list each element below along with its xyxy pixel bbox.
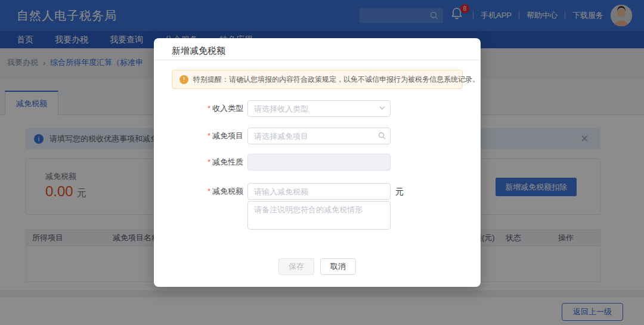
modal-title: 新增减免税额 bbox=[172, 45, 225, 57]
deduction-amount-input[interactable] bbox=[247, 183, 391, 200]
deduction-item-input[interactable] bbox=[247, 128, 391, 144]
warning-alert: ! 特别提醒：请确认您填报的内容符合政策规定，以免不诚信申报行为被税务信息系统记… bbox=[172, 70, 463, 89]
deduction-nature-label: *减免性质 bbox=[172, 154, 243, 171]
add-deduction-modal: 新增减免税额 ! 特别提醒：请确认您填报的内容符合政策规定，以免不诚信申报行为被… bbox=[154, 38, 481, 287]
label-text: 减免性质 bbox=[212, 157, 243, 166]
warning-icon: ! bbox=[179, 75, 188, 84]
cancel-button[interactable]: 取消 bbox=[320, 258, 356, 275]
save-button[interactable]: 保存 bbox=[278, 258, 314, 275]
warning-text: 特别提醒：请确认您填报的内容符合政策规定，以免不诚信申报行为被税务信息系统记录。 bbox=[193, 75, 479, 85]
deduction-amount-label: *减免税额 bbox=[172, 183, 243, 200]
required-mark: * bbox=[208, 187, 210, 196]
modal-buttons: 保存 取消 bbox=[154, 258, 481, 275]
page: 自然人电子税务局 8 手机APP 帮助中心 下载服务 首页 我要办税 我要查询 … bbox=[0, 0, 644, 325]
required-mark: * bbox=[208, 131, 210, 140]
income-type-label: *收入类型 bbox=[172, 100, 243, 117]
label-text: 收入类型 bbox=[212, 104, 243, 113]
deduction-item-label: *减免项目 bbox=[172, 128, 243, 144]
required-mark: * bbox=[208, 104, 210, 113]
income-type-select[interactable] bbox=[247, 100, 391, 117]
amount-unit-suffix: 元 bbox=[395, 183, 404, 200]
label-text: 减免项目 bbox=[212, 131, 243, 140]
deduction-nature-input bbox=[247, 154, 391, 171]
label-text: 减免税额 bbox=[212, 187, 243, 196]
remark-textarea[interactable] bbox=[247, 201, 391, 230]
required-mark: * bbox=[208, 157, 210, 166]
modal-title-divider bbox=[154, 60, 481, 60]
